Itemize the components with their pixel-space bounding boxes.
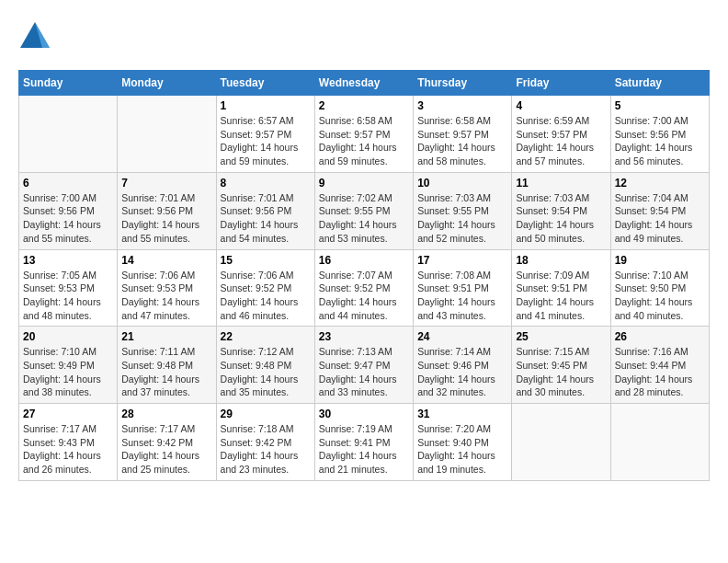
day-number: 26 (615, 330, 705, 343)
day-info: Sunrise: 7:14 AMSunset: 9:46 PMDaylight:… (417, 345, 507, 399)
day-number: 11 (516, 177, 606, 190)
day-number: 20 (23, 330, 113, 343)
calendar-cell: 8Sunrise: 7:01 AMSunset: 9:56 PMDaylight… (216, 172, 314, 249)
day-number: 13 (23, 254, 113, 267)
day-number: 18 (516, 254, 606, 267)
day-info: Sunrise: 7:07 AMSunset: 9:52 PMDaylight:… (319, 269, 409, 323)
day-info: Sunrise: 6:57 AMSunset: 9:57 PMDaylight:… (221, 114, 311, 168)
day-number: 1 (221, 99, 311, 112)
day-number: 14 (121, 254, 211, 267)
calendar-cell: 28Sunrise: 7:17 AMSunset: 9:42 PMDayligh… (118, 404, 216, 481)
day-number: 17 (417, 254, 507, 267)
calendar-cell (118, 96, 216, 173)
calendar-cell: 7Sunrise: 7:01 AMSunset: 9:56 PMDaylight… (118, 172, 216, 249)
day-number: 8 (221, 177, 311, 190)
day-info: Sunrise: 7:09 AMSunset: 9:51 PMDaylight:… (516, 269, 606, 323)
day-info: Sunrise: 7:06 AMSunset: 9:53 PMDaylight:… (121, 269, 211, 323)
day-number: 10 (417, 177, 507, 190)
day-number: 30 (319, 408, 409, 420)
day-number: 24 (417, 330, 507, 343)
day-info: Sunrise: 7:10 AMSunset: 9:50 PMDaylight:… (615, 269, 705, 323)
calendar-cell: 29Sunrise: 7:18 AMSunset: 9:42 PMDayligh… (216, 404, 314, 481)
day-info: Sunrise: 7:08 AMSunset: 9:51 PMDaylight:… (417, 269, 507, 323)
day-number: 22 (221, 330, 311, 343)
day-number: 27 (23, 408, 113, 420)
calendar-cell: 5Sunrise: 7:00 AMSunset: 9:56 PMDaylight… (610, 96, 709, 173)
day-number: 28 (121, 408, 211, 420)
calendar-cell: 4Sunrise: 6:59 AMSunset: 9:57 PMDaylight… (512, 96, 610, 173)
calendar-cell: 31Sunrise: 7:20 AMSunset: 9:40 PMDayligh… (414, 404, 512, 481)
calendar-cell: 22Sunrise: 7:12 AMSunset: 9:48 PMDayligh… (216, 327, 314, 404)
calendar-cell: 18Sunrise: 7:09 AMSunset: 9:51 PMDayligh… (512, 249, 610, 327)
day-number: 29 (221, 408, 311, 420)
day-info: Sunrise: 7:17 AMSunset: 9:42 PMDaylight:… (121, 422, 211, 477)
calendar-cell: 6Sunrise: 7:00 AMSunset: 9:56 PMDaylight… (19, 172, 118, 249)
weekday-header-friday: Friday (512, 71, 610, 96)
day-info: Sunrise: 7:19 AMSunset: 9:41 PMDaylight:… (319, 422, 409, 477)
weekday-header-wednesday: Wednesday (314, 71, 413, 96)
day-number: 4 (516, 99, 606, 112)
calendar-cell: 13Sunrise: 7:05 AMSunset: 9:53 PMDayligh… (19, 249, 118, 327)
weekday-header-thursday: Thursday (414, 71, 512, 96)
day-info: Sunrise: 7:10 AMSunset: 9:49 PMDaylight:… (23, 345, 113, 399)
calendar-cell: 14Sunrise: 7:06 AMSunset: 9:53 PMDayligh… (118, 249, 216, 327)
day-number: 21 (121, 330, 211, 343)
weekday-header-saturday: Saturday (610, 71, 709, 96)
calendar-cell: 9Sunrise: 7:02 AMSunset: 9:55 PMDaylight… (314, 172, 413, 249)
weekday-header-monday: Monday (118, 71, 216, 96)
calendar-cell: 1Sunrise: 6:57 AMSunset: 9:57 PMDaylight… (216, 96, 314, 173)
calendar-cell: 15Sunrise: 7:06 AMSunset: 9:52 PMDayligh… (216, 249, 314, 327)
day-info: Sunrise: 7:03 AMSunset: 9:55 PMDaylight:… (417, 191, 507, 246)
day-number: 23 (319, 330, 409, 343)
weekday-header-tuesday: Tuesday (216, 71, 314, 96)
day-number: 2 (319, 99, 409, 112)
day-number: 3 (417, 99, 507, 112)
day-number: 16 (319, 254, 409, 267)
logo (18, 18, 57, 55)
day-number: 15 (221, 254, 311, 267)
day-number: 7 (121, 177, 211, 190)
day-number: 6 (23, 177, 113, 190)
calendar-cell: 30Sunrise: 7:19 AMSunset: 9:41 PMDayligh… (314, 404, 413, 481)
day-info: Sunrise: 7:04 AMSunset: 9:54 PMDaylight:… (615, 191, 705, 246)
day-info: Sunrise: 6:58 AMSunset: 9:57 PMDaylight:… (417, 114, 507, 168)
calendar-cell: 10Sunrise: 7:03 AMSunset: 9:55 PMDayligh… (414, 172, 512, 249)
day-info: Sunrise: 7:06 AMSunset: 9:52 PMDaylight:… (221, 269, 311, 323)
calendar-cell (512, 404, 610, 481)
day-info: Sunrise: 7:17 AMSunset: 9:43 PMDaylight:… (23, 422, 113, 477)
calendar-cell: 16Sunrise: 7:07 AMSunset: 9:52 PMDayligh… (314, 249, 413, 327)
day-info: Sunrise: 7:05 AMSunset: 9:53 PMDaylight:… (23, 269, 113, 323)
calendar-cell: 2Sunrise: 6:58 AMSunset: 9:57 PMDaylight… (314, 96, 413, 173)
day-info: Sunrise: 7:01 AMSunset: 9:56 PMDaylight:… (221, 191, 311, 246)
calendar-cell: 21Sunrise: 7:11 AMSunset: 9:48 PMDayligh… (118, 327, 216, 404)
day-info: Sunrise: 7:20 AMSunset: 9:40 PMDaylight:… (417, 422, 507, 477)
calendar-week-row: 27Sunrise: 7:17 AMSunset: 9:43 PMDayligh… (19, 404, 710, 481)
calendar-cell: 17Sunrise: 7:08 AMSunset: 9:51 PMDayligh… (414, 249, 512, 327)
weekday-header-sunday: Sunday (19, 71, 118, 96)
logo-icon (18, 18, 51, 52)
calendar-week-row: 6Sunrise: 7:00 AMSunset: 9:56 PMDaylight… (19, 172, 710, 249)
day-info: Sunrise: 7:02 AMSunset: 9:55 PMDaylight:… (319, 191, 409, 246)
weekday-header-row: SundayMondayTuesdayWednesdayThursdayFrid… (19, 71, 710, 96)
calendar-cell: 25Sunrise: 7:15 AMSunset: 9:45 PMDayligh… (512, 327, 610, 404)
day-info: Sunrise: 7:13 AMSunset: 9:47 PMDaylight:… (319, 345, 409, 399)
day-info: Sunrise: 6:58 AMSunset: 9:57 PMDaylight:… (319, 114, 409, 168)
calendar-cell: 23Sunrise: 7:13 AMSunset: 9:47 PMDayligh… (314, 327, 413, 404)
day-number: 31 (417, 408, 507, 420)
day-number: 9 (319, 177, 409, 190)
calendar-week-row: 13Sunrise: 7:05 AMSunset: 9:53 PMDayligh… (19, 249, 710, 327)
calendar-cell: 26Sunrise: 7:16 AMSunset: 9:44 PMDayligh… (610, 327, 709, 404)
calendar-cell: 27Sunrise: 7:17 AMSunset: 9:43 PMDayligh… (19, 404, 118, 481)
day-info: Sunrise: 7:00 AMSunset: 9:56 PMDaylight:… (615, 114, 705, 168)
calendar-cell: 3Sunrise: 6:58 AMSunset: 9:57 PMDaylight… (414, 96, 512, 173)
calendar-cell: 19Sunrise: 7:10 AMSunset: 9:50 PMDayligh… (610, 249, 709, 327)
calendar-cell: 20Sunrise: 7:10 AMSunset: 9:49 PMDayligh… (19, 327, 118, 404)
day-info: Sunrise: 7:15 AMSunset: 9:45 PMDaylight:… (516, 345, 606, 399)
calendar-cell: 24Sunrise: 7:14 AMSunset: 9:46 PMDayligh… (414, 327, 512, 404)
day-info: Sunrise: 7:12 AMSunset: 9:48 PMDaylight:… (221, 345, 311, 399)
calendar-cell: 11Sunrise: 7:03 AMSunset: 9:54 PMDayligh… (512, 172, 610, 249)
calendar-cell: 12Sunrise: 7:04 AMSunset: 9:54 PMDayligh… (610, 172, 709, 249)
calendar-week-row: 20Sunrise: 7:10 AMSunset: 9:49 PMDayligh… (19, 327, 710, 404)
day-number: 5 (615, 99, 705, 112)
calendar-cell (19, 96, 118, 173)
